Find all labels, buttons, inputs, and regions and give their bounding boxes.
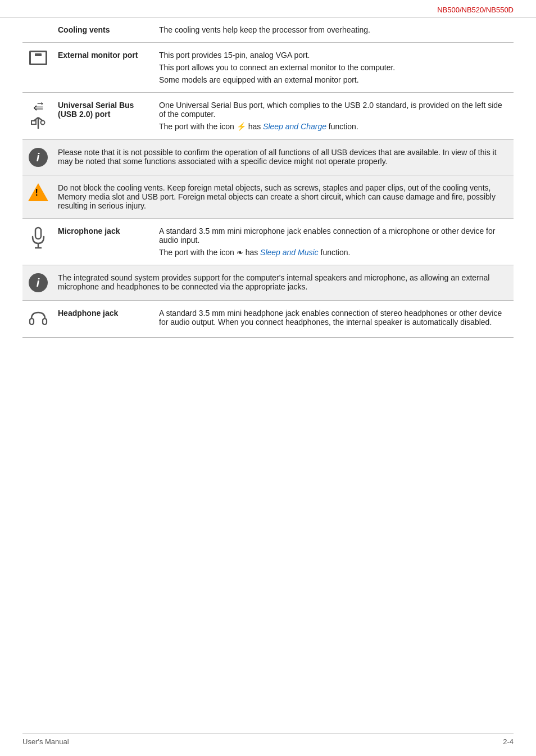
usb-desc: One Universal Serial Bus port, which com… (155, 93, 514, 140)
table-row: ⇐⃗ Universal Serial Bus (USB 2.0) port O… (22, 93, 514, 140)
monitor-icon (29, 51, 47, 65)
usb-icon: ⇐⃗ (33, 101, 43, 115)
page-header: NB500/NB520/NB550D (0, 0, 536, 17)
note-row-1: Please note that it is not possible to c… (22, 140, 514, 175)
headphone-desc: A standard 3.5 mm mini headphone jack en… (155, 301, 514, 338)
main-table: Cooling vents The cooling vents help kee… (22, 17, 514, 338)
svg-rect-9 (43, 319, 47, 324)
usb-symbol (29, 115, 48, 130)
cooling-label: Cooling vents (53, 17, 155, 43)
svg-point-4 (40, 121, 44, 125)
svg-rect-8 (30, 319, 34, 324)
monitor-desc: This port provides 15-pin, analog VGA po… (155, 43, 514, 93)
footer-right: 2-4 (503, 737, 514, 746)
cooling-icon-cell (22, 17, 53, 43)
table-row: Headphone jack A standard 3.5 mm mini he… (22, 301, 514, 338)
note-text-1: Please note that it is not possible to c… (53, 140, 514, 175)
cooling-desc: The cooling vents help keep the processo… (155, 17, 514, 43)
headphone-icon-cell (22, 301, 53, 338)
page-footer: User's Manual 2-4 (22, 734, 514, 746)
mic-icon (30, 227, 47, 250)
headphone-label: Headphone jack (53, 301, 155, 338)
info-icon-2 (29, 273, 48, 292)
mic-desc: A standard 3.5 mm mini microphone jack e… (155, 219, 514, 265)
usb-icon-cell: ⇐⃗ (22, 93, 53, 140)
footer-left: User's Manual (22, 737, 69, 746)
sleep-charge-link[interactable]: Sleep and Charge (263, 122, 326, 131)
warning-row: Do not block the cooling vents. Keep for… (22, 175, 514, 219)
note-text-2: The integrated sound system provides sup… (53, 265, 514, 301)
usb-label: Universal Serial Bus (USB 2.0) port (53, 93, 155, 140)
note-row-2: The integrated sound system provides sup… (22, 265, 514, 301)
info-icon-cell-1 (22, 140, 53, 175)
header-title: NB500/NB520/NB550D (437, 6, 514, 14)
svg-rect-3 (31, 121, 36, 124)
mic-label: Microphone jack (53, 219, 155, 265)
sleep-music-link[interactable]: Sleep and Music (260, 248, 319, 257)
monitor-label: External monitor port (53, 43, 155, 93)
info-icon-cell-2 (22, 265, 53, 301)
monitor-icon-cell (22, 43, 53, 93)
warning-text: Do not block the cooling vents. Keep for… (53, 175, 514, 219)
mic-icon-cell (22, 219, 53, 265)
headphone-icon (29, 309, 48, 328)
table-row: Microphone jack A standard 3.5 mm mini m… (22, 219, 514, 265)
table-row: Cooling vents The cooling vents help kee… (22, 17, 514, 43)
table-row: External monitor port This port provides… (22, 43, 514, 93)
warning-icon (28, 183, 48, 201)
warning-icon-cell (22, 175, 53, 219)
svg-rect-5 (35, 228, 41, 239)
info-icon-1 (29, 148, 48, 167)
